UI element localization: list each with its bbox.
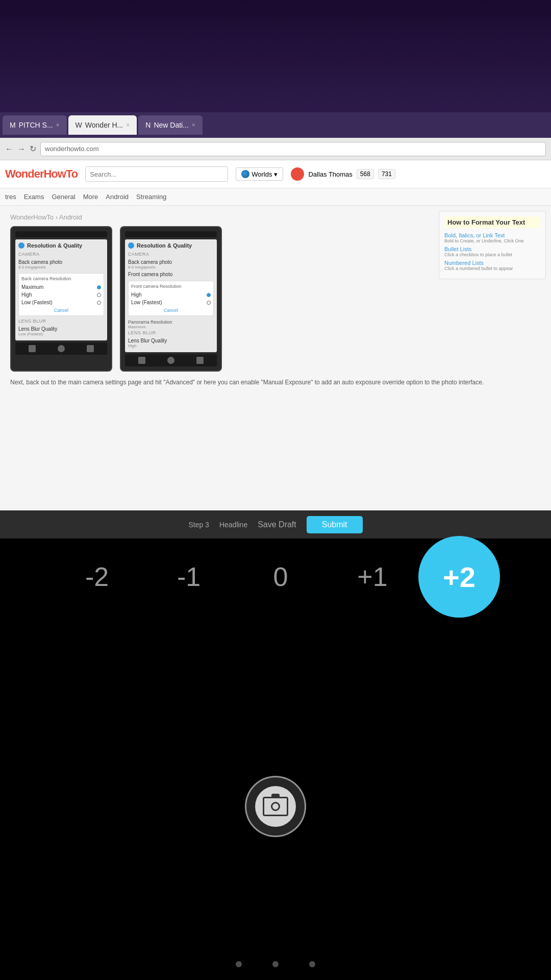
- tab-wonderhowto-favicon: W: [76, 121, 82, 129]
- address-input[interactable]: [40, 142, 546, 156]
- step-label: Step 3: [188, 521, 209, 529]
- phone1-section: CAMERA: [18, 252, 104, 257]
- sidebar-panel: How to Format Your Text Bold, Italics, o…: [439, 211, 546, 279]
- nav-dot-2[interactable]: [272, 961, 279, 967]
- exposure-minus1[interactable]: -1: [143, 556, 235, 597]
- phone2-item-front: Front camera photo: [128, 271, 214, 278]
- globe-icon: [241, 170, 249, 178]
- tab-newdati[interactable]: N New Dati... ×: [138, 115, 203, 135]
- camera-icon: [263, 797, 288, 816]
- user-score: 568: [357, 169, 374, 179]
- bookmark-exams[interactable]: Exams: [24, 193, 44, 201]
- phone2-status-bar: [125, 231, 217, 237]
- phone1-lens-item: Lens Blur Quality Low (Fastest): [18, 325, 104, 337]
- tab-pitch-close[interactable]: ×: [56, 121, 60, 129]
- phone2-dialog: Front camera Resolution High Low (Fastes…: [128, 281, 214, 316]
- worlds-button[interactable]: Worlds ▾: [236, 167, 283, 181]
- phone1-item-1: Back camera photo 8.0 megapixels: [18, 258, 104, 271]
- phone1-back-btn: [29, 345, 36, 352]
- nav-dot-1[interactable]: [236, 961, 242, 967]
- phone1-dialog-title: Back camera Resolution: [21, 276, 101, 281]
- user-avatar: [291, 167, 304, 181]
- tab-pitch[interactable]: M PITCH S... ×: [3, 115, 67, 135]
- tab-pitch-favicon: M: [10, 121, 16, 129]
- camera-overlay: Step 3 Headline Save Draft Submit -2 -1 …: [0, 510, 551, 980]
- tab-wonderhowto[interactable]: W Wonder H... ×: [68, 115, 137, 135]
- submit-button[interactable]: Submit: [307, 516, 363, 533]
- bookmark-streaming[interactable]: Streaming: [136, 193, 166, 201]
- phone-screenshot-1: Resolution & Quality CAMERA Back camera …: [10, 226, 112, 372]
- phone2-option-high: High: [131, 291, 211, 299]
- exposure-plus1[interactable]: +1: [327, 556, 418, 597]
- phone1-cancel: Cancel: [21, 308, 101, 313]
- forward-button[interactable]: →: [17, 144, 26, 154]
- phone2-section: CAMERA: [128, 252, 214, 257]
- phone2-lens-item: Lens Blur Quality High: [128, 337, 214, 349]
- phone1-nav-bar: [15, 342, 107, 355]
- phone1-screen: Resolution & Quality CAMERA Back camera …: [15, 239, 107, 340]
- bookmark-tres[interactable]: tres: [5, 193, 16, 201]
- article-text: Next, back out to the main camera settin…: [10, 378, 541, 387]
- user-info: Dallas Thomas 568 731: [291, 167, 395, 181]
- sidebar-panel-title: How to Format Your Text: [444, 216, 540, 228]
- phone-screenshot-2: Resolution & Quality CAMERA Back camera …: [120, 226, 222, 372]
- tab-wonderhowto-close[interactable]: ×: [126, 121, 130, 129]
- screenshots-row: Resolution & Quality CAMERA Back camera …: [10, 226, 541, 372]
- phone2-back-btn: [138, 357, 145, 364]
- bookmark-general[interactable]: General: [52, 193, 75, 201]
- user-count: 731: [378, 169, 395, 179]
- back-button[interactable]: ←: [5, 144, 13, 154]
- site-search-input[interactable]: [85, 166, 228, 182]
- phone1-lens-section: LENS BLUR: [18, 318, 104, 324]
- headline-label: Headline: [219, 521, 247, 529]
- sidebar-item-bullets[interactable]: Bullet Lists Click a checkbox to place a…: [444, 246, 540, 257]
- worlds-label: Worlds: [252, 170, 272, 178]
- sidebar-item-bullets-sub: Click a checkbox to place a bullet: [444, 252, 540, 257]
- camera-shutter-button[interactable]: [245, 776, 306, 837]
- phone1-radio-low: [97, 301, 101, 305]
- sidebar-item-bold-sub: Bold to Create, or Underline, Click One: [444, 238, 540, 243]
- phone2-panorama: Panorama Resolution Maximum: [128, 318, 214, 330]
- phone2-recents-btn: [196, 357, 204, 364]
- phone1-header-icon: [18, 242, 24, 249]
- sidebar-item-numbered[interactable]: Numbered Lists Click a numbered bullet t…: [444, 260, 540, 271]
- wonderhowto-nav: WonderHowTo Worlds ▾ Dallas Thomas 568 7…: [0, 160, 551, 188]
- phone2-nav-bar: [125, 354, 217, 366]
- worlds-dropdown-icon: ▾: [274, 170, 278, 178]
- sidebar-item-numbered-sub: Click a numbered bullet to appear: [444, 266, 540, 271]
- bookmark-android[interactable]: Android: [106, 193, 129, 201]
- exposure-bar: -2 -1 0 +1 +2: [0, 536, 551, 618]
- exposure-minus2[interactable]: -2: [51, 556, 143, 597]
- phone1-option-low: Low (Fastest): [21, 299, 101, 306]
- phone1-dialog: Back camera Resolution Maximum High Low …: [18, 273, 104, 316]
- phone1-option-high: High: [21, 291, 101, 299]
- exposure-zero[interactable]: 0: [235, 556, 327, 597]
- save-draft-button[interactable]: Save Draft: [258, 520, 296, 529]
- tab-newdati-close[interactable]: ×: [192, 121, 195, 129]
- phone1-home-btn: [58, 345, 65, 352]
- address-row: ← → ↻: [0, 138, 551, 160]
- phone1-header-text: Resolution & Quality: [27, 242, 82, 249]
- refresh-button[interactable]: ↻: [30, 144, 36, 154]
- bookmark-more[interactable]: More: [83, 193, 98, 201]
- tab-wonderhowto-label: Wonder H...: [85, 121, 123, 129]
- submit-area: Step 3 Headline Save Draft Submit: [0, 510, 551, 538]
- phone2-header-text: Resolution & Quality: [137, 242, 192, 249]
- page-content: WonderHowTo › Android Resolution & Quali…: [0, 206, 551, 510]
- sidebar-item-bold[interactable]: Bold, Italics, or Link Text Bold to Crea…: [444, 232, 540, 243]
- exposure-plus2[interactable]: +2: [418, 536, 500, 618]
- site-logo[interactable]: WonderHowTo: [5, 167, 78, 181]
- phone2-lens-section: LENS BLUR: [128, 330, 214, 335]
- phone2-screen: Resolution & Quality CAMERA Back camera …: [125, 239, 217, 352]
- browser-area: M PITCH S... × W Wonder H... × N New Dat…: [0, 112, 551, 510]
- phone2-radio-high: [207, 293, 211, 297]
- logo-text: WonderHowTo: [5, 167, 78, 180]
- phone2-item-back: Back camera photo 8.0 megapixels: [128, 258, 214, 271]
- phone2-option-low: Low (Fastest): [131, 299, 211, 306]
- phone1-radio-maximum: [97, 285, 101, 289]
- user-name: Dallas Thomas: [308, 170, 352, 178]
- nav-dot-3[interactable]: [309, 961, 315, 967]
- phone1-recents-btn: [87, 345, 94, 352]
- phone1-radio-high: [97, 293, 101, 297]
- tab-newdati-favicon: N: [145, 121, 151, 129]
